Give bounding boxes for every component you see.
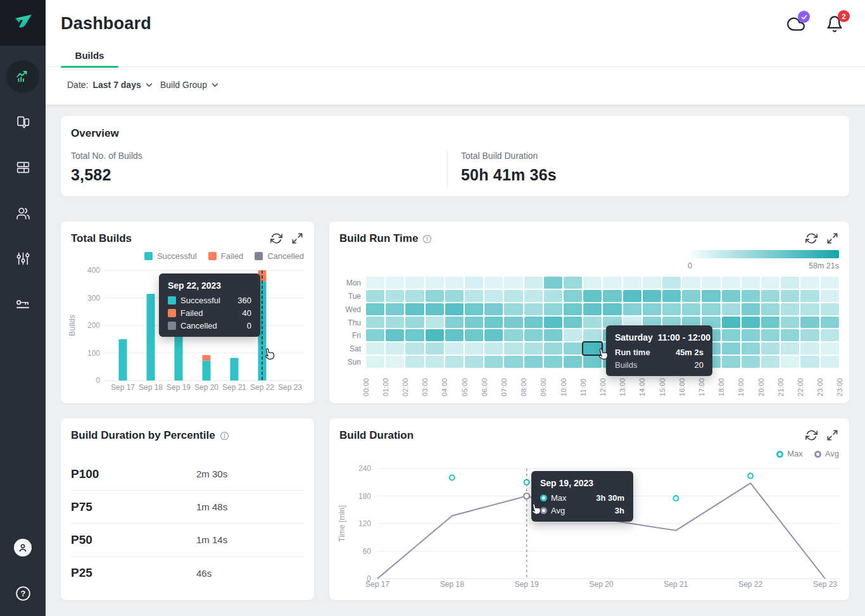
- heatmap-cell[interactable]: [564, 290, 582, 302]
- heatmap-cell[interactable]: [742, 303, 760, 315]
- max-point[interactable]: [673, 496, 678, 501]
- heatmap-cell[interactable]: [722, 277, 740, 289]
- heatmap-cell[interactable]: [821, 343, 839, 355]
- heatmap-cell[interactable]: [623, 290, 641, 302]
- heatmap-cell[interactable]: [761, 343, 780, 355]
- heatmap-cell[interactable]: [781, 329, 799, 341]
- heatmap-cell[interactable]: [366, 303, 384, 315]
- bar-segment[interactable]: [230, 358, 239, 380]
- sidebar-item-profile[interactable]: [0, 539, 46, 556]
- sidebar-item-projects[interactable]: [0, 160, 46, 175]
- heatmap-cell[interactable]: [800, 317, 819, 329]
- heatmap-cell[interactable]: [643, 303, 661, 315]
- heatmap-cell[interactable]: [742, 343, 760, 355]
- heatmap-cell[interactable]: [426, 317, 444, 329]
- heatmap-cell[interactable]: [504, 317, 522, 329]
- build-run-time-heatmap[interactable]: MonTueWedThuFriSatSun00:0001:0002:0003:0…: [329, 222, 849, 403]
- heatmap-cell[interactable]: [682, 277, 700, 289]
- heatmap-cell[interactable]: [821, 317, 839, 329]
- heatmap-cell[interactable]: [781, 356, 799, 368]
- heatmap-cell[interactable]: [524, 356, 543, 368]
- heatmap-cell[interactable]: [583, 329, 602, 341]
- heatmap-cell[interactable]: [583, 290, 602, 302]
- max-point[interactable]: [450, 475, 455, 481]
- heatmap-cell[interactable]: [465, 343, 483, 355]
- heatmap-cell[interactable]: [465, 303, 483, 315]
- heatmap-cell[interactable]: [761, 290, 780, 302]
- heatmap-cell[interactable]: [564, 343, 582, 355]
- heatmap-cell[interactable]: [426, 343, 444, 355]
- max-point[interactable]: [524, 480, 529, 485]
- heatmap-cell[interactable]: [821, 356, 839, 368]
- heatmap-cell[interactable]: [366, 317, 384, 329]
- heatmap-cell[interactable]: [426, 329, 444, 341]
- heatmap-cell[interactable]: [445, 303, 464, 315]
- heatmap-cell[interactable]: [484, 329, 503, 341]
- heatmap-cell[interactable]: [722, 290, 740, 302]
- heatmap-cell[interactable]: [702, 290, 720, 302]
- heatmap-cell[interactable]: [366, 329, 384, 341]
- heatmap-cell[interactable]: [484, 343, 503, 355]
- heatmap-cell[interactable]: [386, 356, 404, 368]
- heatmap-cell[interactable]: [800, 290, 819, 302]
- heatmap-cell[interactable]: [544, 277, 562, 289]
- heatmap-cell[interactable]: [623, 277, 641, 289]
- heatmap-cell[interactable]: [800, 303, 819, 315]
- heatmap-cell[interactable]: [564, 303, 582, 315]
- heatmap-cell[interactable]: [484, 317, 503, 329]
- bar-segment[interactable]: [203, 361, 211, 380]
- heatmap-cell[interactable]: [386, 317, 404, 329]
- heatmap-cell[interactable]: [544, 290, 562, 302]
- heatmap-cell[interactable]: [564, 356, 582, 368]
- heatmap-cell[interactable]: [564, 329, 582, 341]
- heatmap-cell[interactable]: [781, 303, 799, 315]
- heatmap-cell[interactable]: [544, 317, 562, 329]
- heatmap-cell[interactable]: [504, 303, 522, 315]
- heatmap-cell[interactable]: [484, 277, 503, 289]
- heatmap-cell[interactable]: [465, 277, 483, 289]
- heatmap-cell[interactable]: [426, 290, 444, 302]
- heatmap-cell[interactable]: [781, 343, 799, 355]
- heatmap-cell[interactable]: [761, 356, 780, 368]
- sidebar-item-releases[interactable]: [0, 115, 46, 130]
- heatmap-cell[interactable]: [702, 303, 720, 315]
- heatmap-cell[interactable]: [623, 303, 641, 315]
- heatmap-cell[interactable]: [742, 317, 760, 329]
- heatmap-cell[interactable]: [366, 277, 384, 289]
- heatmap-cell[interactable]: [524, 277, 543, 289]
- heatmap-cell[interactable]: [504, 329, 522, 341]
- heatmap-cell[interactable]: [405, 277, 424, 289]
- heatmap-cell[interactable]: [742, 277, 760, 289]
- heatmap-cell[interactable]: [821, 303, 839, 315]
- heatmap-cell[interactable]: [722, 329, 740, 341]
- heatmap-cell[interactable]: [524, 317, 543, 329]
- heatmap-cell[interactable]: [426, 356, 444, 368]
- heatmap-cell[interactable]: [722, 317, 740, 329]
- heatmap-cell[interactable]: [445, 317, 464, 329]
- bar-segment[interactable]: [203, 355, 211, 361]
- heatmap-cell[interactable]: [484, 356, 503, 368]
- heatmap-cell[interactable]: [465, 329, 483, 341]
- heatmap-cell[interactable]: [821, 290, 839, 302]
- date-filter[interactable]: Date: Last 7 days: [67, 80, 153, 90]
- heatmap-cell[interactable]: [603, 277, 621, 289]
- heatmap-cell[interactable]: [544, 343, 562, 355]
- sidebar-item-help[interactable]: ?: [0, 585, 46, 602]
- sync-status-button[interactable]: [786, 15, 805, 34]
- heatmap-cell[interactable]: [366, 356, 384, 368]
- heatmap-cell[interactable]: [722, 356, 740, 368]
- heatmap-cell[interactable]: [405, 329, 424, 341]
- heatmap-cell[interactable]: [405, 303, 424, 315]
- heatmap-cell[interactable]: [781, 317, 799, 329]
- heatmap-cell[interactable]: [484, 303, 503, 315]
- heatmap-cell[interactable]: [524, 343, 543, 355]
- heatmap-cell[interactable]: [386, 303, 404, 315]
- heatmap-cell[interactable]: [742, 290, 760, 302]
- heatmap-cell[interactable]: [386, 277, 404, 289]
- heatmap-cell[interactable]: [366, 343, 384, 355]
- heatmap-cell[interactable]: [583, 317, 602, 329]
- heatmap-cell[interactable]: [426, 277, 444, 289]
- heatmap-cell[interactable]: [662, 303, 681, 315]
- heatmap-cell[interactable]: [524, 303, 543, 315]
- heatmap-cell[interactable]: [544, 303, 562, 315]
